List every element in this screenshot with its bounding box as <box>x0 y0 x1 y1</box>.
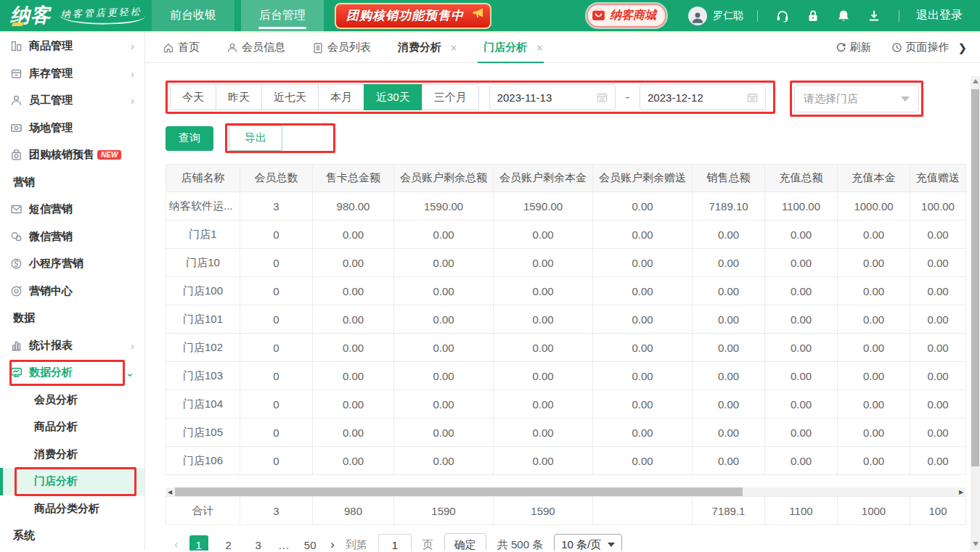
staff-icon <box>10 94 23 107</box>
page-button-2[interactable]: 2 <box>219 535 238 551</box>
tab-home[interactable]: 首页 <box>163 33 200 63</box>
confirm-button[interactable]: 确定 <box>444 533 486 551</box>
sidebar-item-label: 库存管理 <box>29 67 73 81</box>
tab-consumption-analysis[interactable]: 消费分析 × <box>398 33 457 63</box>
sidebar-item-miniprogram[interactable]: 小程序营销 <box>0 250 144 278</box>
sidebar-item-reports[interactable]: 统计报表 › <box>0 332 144 360</box>
bell-icon[interactable] <box>836 9 851 23</box>
table-cell: 1590.00 <box>394 192 494 221</box>
inventory-icon <box>10 67 23 80</box>
page-jump-input[interactable] <box>378 534 412 551</box>
lock-icon[interactable] <box>806 9 820 23</box>
chevron-down-icon: ⌄ <box>125 366 134 379</box>
user-icon <box>226 42 238 54</box>
scroll-down-arrow-icon[interactable] <box>971 539 980 549</box>
sidebar-item-goods-analysis[interactable]: 商品分析 <box>0 413 144 441</box>
table-cell: 1100.00 <box>765 192 838 221</box>
page-button-50[interactable]: 50 <box>301 535 319 551</box>
column-header: 会员账户剩余赠送 <box>593 165 693 192</box>
promo-banner[interactable]: 团购核销功能预售中 <box>335 3 491 29</box>
quick-range-yesterday[interactable]: 昨天 <box>216 84 262 110</box>
nav-backoffice-button[interactable]: 后台管理 <box>241 0 324 32</box>
user-menu[interactable]: 罗仁聪 <box>688 7 743 25</box>
scroll-right-arrow-icon[interactable]: ▶ <box>957 487 965 496</box>
nav-frontdesk-button[interactable]: 前台收银 <box>152 0 234 32</box>
logout-button[interactable]: 退出登录 <box>916 8 963 23</box>
close-icon[interactable]: × <box>451 42 457 54</box>
sidebar-item-label: 小程序营销 <box>29 257 83 271</box>
table-cell: 0.00 <box>394 419 494 447</box>
start-date-input[interactable]: 2023-11-13 <box>489 84 616 110</box>
table-row: 门店100.000.000.000.000.000.000.000.00 <box>166 221 966 249</box>
promo-text: 团购核销功能预售中 <box>346 9 464 22</box>
export-button[interactable]: 导出 <box>229 125 282 151</box>
sidebar-item-store-analysis[interactable]: 门店分析 <box>0 468 144 495</box>
sidebar-item-marketing-center[interactable]: 营销中心 <box>0 278 144 305</box>
sidebar-item-sms[interactable]: 短信营销 <box>0 196 144 223</box>
tab-member-list[interactable]: 会员列表 <box>312 33 371 63</box>
close-icon[interactable]: × <box>536 42 542 54</box>
table-cell: 0.00 <box>693 362 765 390</box>
goto-label: 到第 <box>346 538 367 551</box>
download-icon[interactable] <box>867 9 881 23</box>
start-date-value: 2023-11-13 <box>497 91 552 104</box>
headset-icon[interactable] <box>775 9 790 23</box>
chevron-right-icon[interactable]: ❯ <box>957 41 967 54</box>
scroll-left-arrow-icon[interactable]: ◀ <box>166 487 174 496</box>
page-ops-button[interactable]: 页面操作 <box>891 41 949 54</box>
sidebar-item-data-analysis[interactable]: 数据分析 ⌄ <box>0 359 144 387</box>
prev-page-button[interactable]: ‹ <box>174 537 179 551</box>
table-cell: 0.00 <box>838 334 910 362</box>
pagination: ‹ 1 2 3 ... 50 › 到第 页 确定 共 500 条 10 条/页 <box>174 533 980 551</box>
sidebar-item-goods[interactable]: 商品管理 › <box>0 33 144 60</box>
tab-member-info[interactable]: 会员信息 <box>226 33 285 63</box>
sidebar-item-label: 统计报表 <box>29 339 73 353</box>
next-page-button[interactable]: › <box>330 537 335 551</box>
horizontal-scrollbar-thumb[interactable] <box>175 487 743 496</box>
page-unit-label: 页 <box>422 538 433 551</box>
chevron-right-icon: › <box>131 94 134 107</box>
scroll-up-arrow-icon[interactable] <box>971 76 980 86</box>
end-date-input[interactable]: 2023-12-12 <box>640 84 766 110</box>
sidebar-item-venue[interactable]: 场地管理 <box>0 115 144 142</box>
refresh-button[interactable]: 刷新 <box>836 41 871 54</box>
quick-range-30days[interactable]: 近30天 <box>364 84 422 110</box>
table-cell: 0.00 <box>693 277 765 305</box>
tab-store-analysis[interactable]: 门店分析 × <box>483 33 542 63</box>
total-cell: 7189.1 <box>693 497 765 525</box>
table-cell: 0.00 <box>910 390 966 419</box>
sidebar-item-wechat[interactable]: 微信营销 <box>0 223 144 251</box>
query-button[interactable]: 查询 <box>166 126 213 151</box>
table-cell: 0.00 <box>765 419 838 447</box>
page-button-1[interactable]: 1 <box>189 535 208 551</box>
sidebar-item-staff[interactable]: 员工管理 › <box>0 87 144 115</box>
vertical-scrollbar[interactable] <box>971 76 980 551</box>
sidebar-item-consumption-analysis[interactable]: 消费分析 <box>0 441 144 469</box>
vertical-scrollbar-thumb[interactable] <box>971 89 979 466</box>
quick-range-month[interactable]: 本月 <box>318 84 364 110</box>
store-select[interactable]: 请选择门店 <box>794 85 919 112</box>
quick-range-today[interactable]: 今天 <box>170 84 216 110</box>
table-cell: 0.00 <box>394 334 494 362</box>
table-cell: 0.00 <box>838 305 910 334</box>
mall-badge[interactable]: 纳客商城 <box>587 4 666 28</box>
sidebar-section-system: 系统 <box>0 522 144 550</box>
table-cell: 0.00 <box>394 277 494 305</box>
horizontal-scrollbar[interactable]: ◀ ▶ <box>166 487 965 496</box>
sidebar-item-category-analysis[interactable]: 商品分类分析 <box>0 495 144 523</box>
sidebar-item-inventory[interactable]: 库存管理 › <box>0 60 144 88</box>
quick-range-group: 今天 昨天 近七天 本月 近30天 三个月 <box>170 84 479 110</box>
quick-range-7days[interactable]: 近七天 <box>261 84 319 110</box>
sidebar-item-groupbuy[interactable]: 团购核销预售 NEW <box>0 141 144 169</box>
table-body: 纳客软件运...3980.001590.001590.000.007189.10… <box>166 192 966 475</box>
quick-range-3months[interactable]: 三个月 <box>422 84 479 110</box>
table-cell: 0.00 <box>593 305 693 334</box>
page-button-3[interactable]: 3 <box>249 535 268 551</box>
table-cell: 0.00 <box>693 249 765 277</box>
sidebar-item-member-analysis[interactable]: 会员分析 <box>0 387 144 414</box>
tab-label: 门店分析 <box>483 41 527 54</box>
table-row: 门店10400.000.000.000.000.000.000.000.00 <box>166 390 966 419</box>
sidebar-item-label: 短信营销 <box>29 202 73 216</box>
table-cell: 0.00 <box>494 447 593 475</box>
per-page-select[interactable]: 10 条/页 <box>554 534 622 551</box>
